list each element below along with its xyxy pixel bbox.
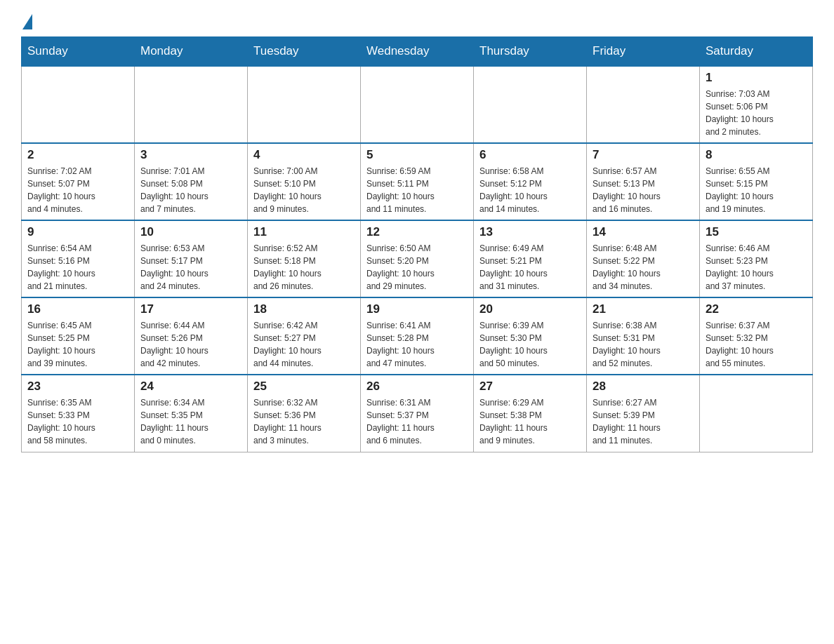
- calendar-cell: 5Sunrise: 6:59 AM Sunset: 5:11 PM Daylig…: [361, 143, 474, 220]
- day-header-thursday: Thursday: [474, 37, 587, 67]
- calendar-cell: 22Sunrise: 6:37 AM Sunset: 5:32 PM Dayli…: [700, 297, 813, 375]
- day-number: 15: [706, 225, 807, 239]
- calendar-cell: 26Sunrise: 6:31 AM Sunset: 5:37 PM Dayli…: [361, 375, 474, 452]
- calendar-cell: 20Sunrise: 6:39 AM Sunset: 5:30 PM Dayli…: [474, 297, 587, 375]
- day-info: Sunrise: 6:42 AM Sunset: 5:27 PM Dayligh…: [253, 319, 355, 370]
- day-info: Sunrise: 6:52 AM Sunset: 5:18 PM Dayligh…: [253, 242, 355, 293]
- day-info: Sunrise: 6:58 AM Sunset: 5:12 PM Dayligh…: [479, 165, 581, 215]
- day-info: Sunrise: 7:01 AM Sunset: 5:08 PM Dayligh…: [140, 165, 241, 215]
- day-info: Sunrise: 6:32 AM Sunset: 5:36 PM Dayligh…: [253, 396, 355, 447]
- day-number: 25: [253, 380, 355, 394]
- day-info: Sunrise: 7:03 AM Sunset: 5:06 PM Dayligh…: [706, 88, 807, 138]
- calendar-cell: 4Sunrise: 7:00 AM Sunset: 5:10 PM Daylig…: [248, 143, 361, 220]
- page-header: [21, 14, 813, 29]
- calendar-cell: 11Sunrise: 6:52 AM Sunset: 5:18 PM Dayli…: [248, 220, 361, 297]
- day-number: 13: [479, 225, 581, 239]
- day-number: 10: [140, 225, 241, 239]
- day-info: Sunrise: 6:31 AM Sunset: 5:37 PM Dayligh…: [366, 396, 468, 447]
- logo-triangle-icon: [22, 14, 32, 29]
- day-number: 11: [253, 225, 355, 239]
- day-header-friday: Friday: [587, 37, 700, 67]
- day-info: Sunrise: 6:53 AM Sunset: 5:17 PM Dayligh…: [140, 242, 241, 293]
- day-number: 5: [366, 148, 468, 162]
- day-number: 19: [366, 302, 468, 316]
- logo: [21, 14, 32, 29]
- day-header-monday: Monday: [135, 37, 248, 67]
- day-info: Sunrise: 6:54 AM Sunset: 5:16 PM Dayligh…: [27, 242, 128, 293]
- day-number: 23: [27, 380, 128, 394]
- day-info: Sunrise: 6:45 AM Sunset: 5:25 PM Dayligh…: [27, 319, 128, 370]
- calendar-header-row: SundayMondayTuesdayWednesdayThursdayFrid…: [22, 37, 813, 67]
- day-info: Sunrise: 6:35 AM Sunset: 5:33 PM Dayligh…: [27, 396, 128, 447]
- day-number: 4: [253, 148, 355, 162]
- day-info: Sunrise: 6:29 AM Sunset: 5:38 PM Dayligh…: [479, 396, 581, 447]
- day-number: 12: [366, 225, 468, 239]
- calendar-cell: [22, 66, 135, 143]
- day-header-saturday: Saturday: [700, 37, 813, 67]
- calendar-week-row: 2Sunrise: 7:02 AM Sunset: 5:07 PM Daylig…: [22, 143, 813, 220]
- calendar-week-row: 1Sunrise: 7:03 AM Sunset: 5:06 PM Daylig…: [22, 66, 813, 143]
- day-header-wednesday: Wednesday: [361, 37, 474, 67]
- day-number: 7: [593, 148, 694, 162]
- calendar-cell: 28Sunrise: 6:27 AM Sunset: 5:39 PM Dayli…: [587, 375, 700, 452]
- day-info: Sunrise: 6:37 AM Sunset: 5:32 PM Dayligh…: [706, 319, 807, 370]
- calendar-cell: [474, 66, 587, 143]
- calendar-table: SundayMondayTuesdayWednesdayThursdayFrid…: [21, 36, 813, 452]
- calendar-cell: 7Sunrise: 6:57 AM Sunset: 5:13 PM Daylig…: [587, 143, 700, 220]
- day-info: Sunrise: 6:34 AM Sunset: 5:35 PM Dayligh…: [140, 396, 241, 447]
- day-number: 3: [140, 148, 241, 162]
- calendar-cell: 13Sunrise: 6:49 AM Sunset: 5:21 PM Dayli…: [474, 220, 587, 297]
- day-info: Sunrise: 6:27 AM Sunset: 5:39 PM Dayligh…: [593, 396, 694, 447]
- calendar-cell: [700, 375, 813, 452]
- calendar-cell: 24Sunrise: 6:34 AM Sunset: 5:35 PM Dayli…: [135, 375, 248, 452]
- calendar-week-row: 9Sunrise: 6:54 AM Sunset: 5:16 PM Daylig…: [22, 220, 813, 297]
- day-info: Sunrise: 6:39 AM Sunset: 5:30 PM Dayligh…: [479, 319, 581, 370]
- calendar-cell: 2Sunrise: 7:02 AM Sunset: 5:07 PM Daylig…: [22, 143, 135, 220]
- day-number: 1: [706, 71, 807, 85]
- day-info: Sunrise: 6:48 AM Sunset: 5:22 PM Dayligh…: [593, 242, 694, 293]
- day-info: Sunrise: 6:49 AM Sunset: 5:21 PM Dayligh…: [479, 242, 581, 293]
- calendar-cell: 27Sunrise: 6:29 AM Sunset: 5:38 PM Dayli…: [474, 375, 587, 452]
- day-number: 28: [593, 380, 694, 394]
- calendar-cell: 16Sunrise: 6:45 AM Sunset: 5:25 PM Dayli…: [22, 297, 135, 375]
- calendar-cell: 6Sunrise: 6:58 AM Sunset: 5:12 PM Daylig…: [474, 143, 587, 220]
- day-info: Sunrise: 6:44 AM Sunset: 5:26 PM Dayligh…: [140, 319, 241, 370]
- calendar-cell: 10Sunrise: 6:53 AM Sunset: 5:17 PM Dayli…: [135, 220, 248, 297]
- day-number: 14: [593, 225, 694, 239]
- day-number: 16: [27, 302, 128, 316]
- day-info: Sunrise: 6:57 AM Sunset: 5:13 PM Dayligh…: [593, 165, 694, 215]
- day-info: Sunrise: 7:00 AM Sunset: 5:10 PM Dayligh…: [253, 165, 355, 215]
- calendar-cell: 17Sunrise: 6:44 AM Sunset: 5:26 PM Dayli…: [135, 297, 248, 375]
- calendar-cell: 8Sunrise: 6:55 AM Sunset: 5:15 PM Daylig…: [700, 143, 813, 220]
- day-header-tuesday: Tuesday: [248, 37, 361, 67]
- calendar-cell: 15Sunrise: 6:46 AM Sunset: 5:23 PM Dayli…: [700, 220, 813, 297]
- day-info: Sunrise: 6:41 AM Sunset: 5:28 PM Dayligh…: [366, 319, 468, 370]
- calendar-cell: 1Sunrise: 7:03 AM Sunset: 5:06 PM Daylig…: [700, 66, 813, 143]
- calendar-cell: 21Sunrise: 6:38 AM Sunset: 5:31 PM Dayli…: [587, 297, 700, 375]
- day-header-sunday: Sunday: [22, 37, 135, 67]
- day-number: 22: [706, 302, 807, 316]
- day-info: Sunrise: 6:59 AM Sunset: 5:11 PM Dayligh…: [366, 165, 468, 215]
- day-info: Sunrise: 6:38 AM Sunset: 5:31 PM Dayligh…: [593, 319, 694, 370]
- day-number: 2: [27, 148, 128, 162]
- calendar-week-row: 16Sunrise: 6:45 AM Sunset: 5:25 PM Dayli…: [22, 297, 813, 375]
- calendar-cell: [587, 66, 700, 143]
- calendar-cell: [361, 66, 474, 143]
- day-info: Sunrise: 6:50 AM Sunset: 5:20 PM Dayligh…: [366, 242, 468, 293]
- day-info: Sunrise: 7:02 AM Sunset: 5:07 PM Dayligh…: [27, 165, 128, 215]
- day-number: 6: [479, 148, 581, 162]
- calendar-cell: [248, 66, 361, 143]
- day-number: 9: [27, 225, 128, 239]
- day-number: 8: [706, 148, 807, 162]
- calendar-cell: 25Sunrise: 6:32 AM Sunset: 5:36 PM Dayli…: [248, 375, 361, 452]
- calendar-cell: 9Sunrise: 6:54 AM Sunset: 5:16 PM Daylig…: [22, 220, 135, 297]
- calendar-cell: 18Sunrise: 6:42 AM Sunset: 5:27 PM Dayli…: [248, 297, 361, 375]
- calendar-cell: 12Sunrise: 6:50 AM Sunset: 5:20 PM Dayli…: [361, 220, 474, 297]
- day-number: 18: [253, 302, 355, 316]
- calendar-cell: 19Sunrise: 6:41 AM Sunset: 5:28 PM Dayli…: [361, 297, 474, 375]
- day-number: 24: [140, 380, 241, 394]
- calendar-cell: 23Sunrise: 6:35 AM Sunset: 5:33 PM Dayli…: [22, 375, 135, 452]
- calendar-week-row: 23Sunrise: 6:35 AM Sunset: 5:33 PM Dayli…: [22, 375, 813, 452]
- day-info: Sunrise: 6:46 AM Sunset: 5:23 PM Dayligh…: [706, 242, 807, 293]
- calendar-cell: 14Sunrise: 6:48 AM Sunset: 5:22 PM Dayli…: [587, 220, 700, 297]
